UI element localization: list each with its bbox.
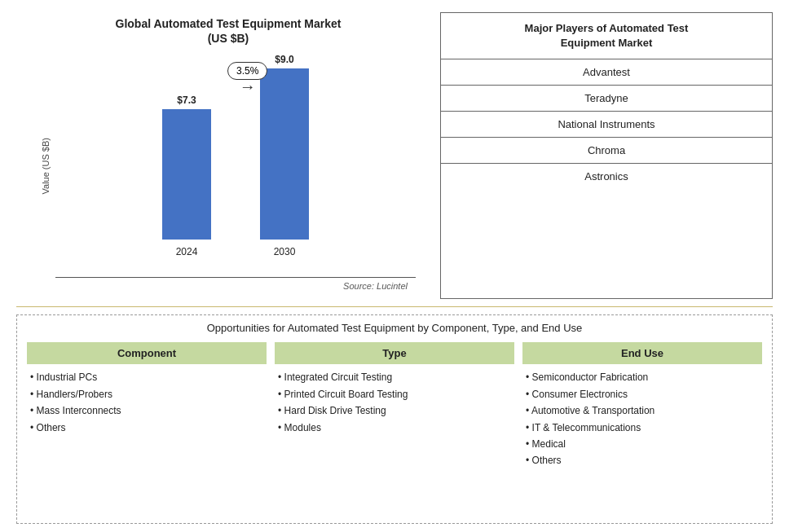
list-item: Printed Circuit Board Testing <box>278 386 514 402</box>
bottom-title: Opportunities for Automated Test Equipme… <box>27 322 762 334</box>
chart-title: Global Automated Test Equipment Market(U… <box>116 16 342 46</box>
column-type: Type Integrated Circuit Testing Printed … <box>275 342 514 517</box>
bar-label-2024: 2024 <box>176 246 198 257</box>
bar-2024 <box>162 109 211 240</box>
players-area: Major Players of Automated TestEquipment… <box>440 12 773 299</box>
list-item: Others <box>526 452 762 468</box>
player-item-astronics: Astronics <box>441 164 772 189</box>
column-enduse: End Use Semiconductor Fabrication Consum… <box>522 342 762 517</box>
list-item: Others <box>30 420 267 436</box>
player-item-chroma: Chroma <box>441 138 772 164</box>
list-item: Integrated Circuit Testing <box>278 369 514 385</box>
list-item: Industrial PCs <box>30 369 267 385</box>
list-item: Mass Interconnects <box>30 402 267 419</box>
bars-container: 3.5% → $7.3 2024 $9.0 2030 <box>55 54 416 277</box>
column-content-enduse: Semiconductor Fabrication Consumer Elect… <box>522 369 762 468</box>
list-item: Consumer Electronics <box>526 386 762 402</box>
x-axis-line <box>55 277 416 278</box>
list-item: Automotive & Transportation <box>526 402 762 419</box>
cagr-annotation: 3.5% → <box>227 62 267 95</box>
player-item-ni: National Instruments <box>441 112 772 138</box>
player-item-advantest: Advantest <box>441 59 772 86</box>
y-axis-label: Value (US $B) <box>41 138 51 195</box>
list-item: Modules <box>278 420 514 436</box>
bottom-section: Opportunities for Automated Test Equipme… <box>16 314 773 524</box>
list-item: IT & Telecommunications <box>526 420 762 436</box>
column-component: Component Industrial PCs Handlers/Prober… <box>27 342 267 517</box>
cagr-arrow: → <box>240 78 256 95</box>
list-item: Hard Disk Drive Testing <box>278 402 514 419</box>
player-item-teradyne: Teradyne <box>441 86 772 112</box>
chart-body: Value (US $B) 3.5% → $7.3 2024 <box>41 54 416 278</box>
list-item: Handlers/Probers <box>30 386 267 402</box>
source-label: Source: Lucintel <box>41 281 416 291</box>
column-content-component: Industrial PCs Handlers/Probers Mass Int… <box>27 369 267 436</box>
bar-value-2024: $7.3 <box>177 95 196 106</box>
column-header-enduse: End Use <box>522 342 762 364</box>
bar-group-2024: $7.3 2024 <box>162 95 211 257</box>
column-header-type: Type <box>275 342 514 364</box>
bar-label-2030: 2030 <box>274 246 296 257</box>
list-item: Semiconductor Fabrication <box>526 369 762 385</box>
column-header-component: Component <box>27 342 267 364</box>
column-content-type: Integrated Circuit Testing Printed Circu… <box>275 369 514 436</box>
chart-area: Global Automated Test Equipment Market(U… <box>16 8 424 299</box>
players-title: Major Players of Automated TestEquipment… <box>441 13 772 59</box>
columns-container: Component Industrial PCs Handlers/Prober… <box>27 342 762 517</box>
bar-value-2030: $9.0 <box>275 54 293 65</box>
list-item: Medical <box>526 436 762 452</box>
section-divider <box>16 306 773 307</box>
